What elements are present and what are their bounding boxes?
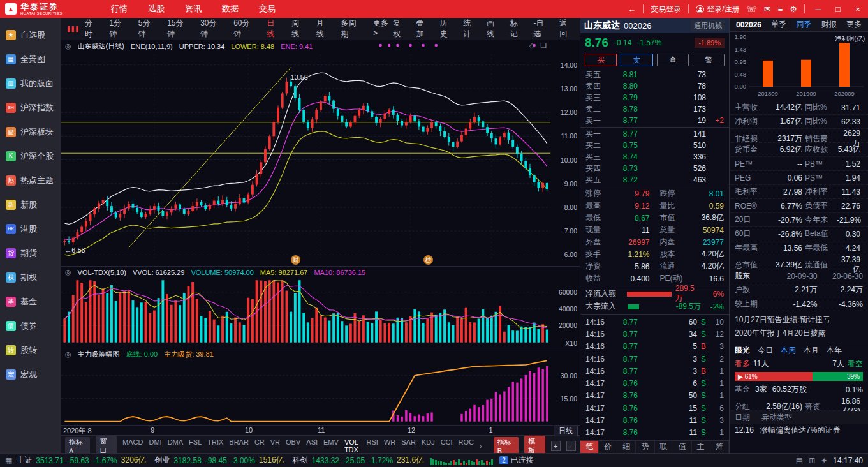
bid-row[interactable]: 买一8.77141 [580,128,729,140]
sidebar-item-宏观[interactable]: 宏宏观 [0,362,61,387]
trade-login-button[interactable]: 交易登录 [651,4,681,15]
sidebar-item-基金[interactable]: 基基金 [0,290,61,314]
period-日线[interactable]: 日线 [267,18,282,40]
sidebar-item-股转[interactable]: 转股转 [0,338,61,362]
indicator-ROC[interactable]: ROC [459,438,474,454]
volume-pane[interactable]: ◎ VOL-TDX(5,10) VVOL: 61625.29 VOLUME: 5… [61,266,580,348]
topbar-menu-行情[interactable]: 行情 [111,3,128,15]
sentiment-tab-今日[interactable]: 今日 [758,345,773,356]
period-5分钟[interactable]: 5分钟 [138,18,158,40]
back-arrow-icon[interactable]: ← [628,4,636,14]
indicator-RSI[interactable]: RSI [367,438,378,454]
indicator-DMI[interactable]: DMI [149,438,161,454]
ask-row[interactable]: 卖一8.7719+2 [580,115,729,126]
sentiment-tab-本周[interactable]: 本周 [781,345,796,356]
quote-tab-筹[interactable]: 筹 [710,441,729,453]
indicator-TRIX[interactable]: TRIX [207,438,223,454]
network-icon[interactable]: ⊞ [809,456,815,465]
tool-返回[interactable]: 返回 [559,18,575,40]
remove-pane-button[interactable]: - [566,441,576,451]
period-多周期[interactable]: 多周期 [341,18,364,40]
bid-row[interactable]: 买四8.73526 [580,163,729,174]
indicator-ASI[interactable]: ASI [306,438,318,454]
index-创业[interactable]: 创业3182.58-98.45-3.00%1516亿 [155,455,284,466]
chart-type-icon[interactable]: ❚❚❚ [66,26,79,32]
sidebar-item-期权[interactable]: 权期权 [0,265,61,290]
industry-tag[interactable]: 通用机械 [691,20,725,31]
diamond-icon[interactable]: ◇ [529,41,534,50]
index-上证[interactable]: 上证3513.71-59.63-1.67%3206亿 [17,455,145,466]
pane-menu-icon[interactable]: ◎ [65,42,71,50]
tool--自选[interactable]: -自选 [533,18,551,40]
indicator-EMV[interactable]: EMV [323,438,339,454]
indicator-SAR[interactable]: SAR [401,438,416,454]
finance-badge[interactable]: 财 [291,255,300,265]
close-button[interactable]: × [851,4,864,14]
tool-叠加[interactable]: 叠加 [416,18,432,40]
signal-icon[interactable]: ✦ [821,456,827,465]
period-1分钟[interactable]: 1分钟 [109,18,128,40]
sidebar-item-自选股[interactable]: ★自选股 [0,23,61,47]
maximize-button[interactable]: □ [832,4,844,14]
customer-service-icon[interactable]: ☏ [747,4,757,14]
indicator-FSL[interactable]: FSL [189,438,202,454]
accumulation-chart[interactable]: 30.0015.00 [61,348,580,426]
add-pane-button[interactable]: + [551,441,561,451]
bid-row[interactable]: 买三8.74336 [580,151,729,163]
sell-button[interactable]: 卖 [621,54,652,66]
indicator-VR[interactable]: VR [270,438,280,454]
event-row[interactable]: 12.16涨幅偏离值达7%的证券 [730,424,868,436]
quote-header[interactable]: 山东威达 002026 通用机械 [580,18,729,33]
period-分时[interactable]: 分时 [85,18,100,40]
tool-标记[interactable]: 标记 [510,18,526,40]
rank-badge[interactable]: 榜 [423,255,433,265]
query-button[interactable]: 查 [657,54,689,66]
sidebar-item-期货[interactable]: 货期货 [0,241,61,265]
quote-tab-价[interactable]: 价 [599,441,617,453]
period-周线[interactable]: 周线 [291,18,307,40]
buy-button[interactable]: 买 [585,54,617,66]
menu-icon[interactable]: ≡ [778,4,783,14]
period-月线[interactable]: 月线 [316,18,332,40]
sidebar-item-全景图[interactable]: ▦全景图 [0,47,61,71]
sidebar-item-热点主题[interactable]: 热热点主题 [0,168,61,193]
candlestick-chart[interactable]: 14.0013.0012.0011.0010.009.008.007.006.0… [61,40,580,266]
login-register-button[interactable]: 登录/注册 [696,4,739,15]
period-15分钟[interactable]: 15分钟 [167,18,191,40]
quote-tab-主[interactable]: 主 [692,441,710,453]
accumulation-pane[interactable]: ◎ 主力吸筹幅图 底线: 0.00 主力吸货: 39.81 30.0015.00 [61,348,580,426]
indicator-WR[interactable]: WR [384,438,395,454]
minimize-button[interactable]: ─ [812,4,825,14]
indicator-MACD[interactable]: MACD [122,438,143,454]
tool-历史[interactable]: 历史 [439,18,455,40]
indicator-scroll-arrow[interactable]: › [480,442,482,450]
pane-menu-icon[interactable]: ◎ [65,268,71,276]
period-更多>[interactable]: 更多> [373,18,393,40]
indicator-CR[interactable]: CR [254,438,265,454]
indicator-CCI[interactable]: CCI [441,438,453,454]
pane-menu-icon[interactable]: ◎ [65,350,71,359]
indicator-DMA[interactable]: DMA [168,438,183,454]
sidebar-item-沪深指数[interactable]: SH沪深指数 [0,96,61,120]
grid-icon[interactable]: ▦ [5,456,12,465]
topbar-menu-数据[interactable]: 数据 [222,3,239,15]
tool-统计[interactable]: 统计 [463,18,478,40]
period-60分钟[interactable]: 60分钟 [233,18,257,40]
sidebar-item-我的版面[interactable]: ▥我的版面 [0,71,61,96]
message-icon[interactable]: ✉ [764,4,771,14]
quote-tab-细[interactable]: 细 [617,441,636,453]
bid-row[interactable]: 买五8.72463 [580,174,729,186]
settings-gear-icon[interactable]: ⚙ [790,4,797,14]
candlestick-pane[interactable]: ◎ 山东威达(日线) ENE(10,11,9) UPPER: 10.34 LOW… [61,40,580,266]
bid-row[interactable]: 买二8.75510 [580,140,729,151]
news-item[interactable]: 2020年年报于4月20日披露 [735,327,863,340]
brand-logo[interactable]: ▲ 华泰证券HUATAI SECURITIES [0,3,88,16]
topbar-menu-资讯[interactable]: 资讯 [185,3,202,15]
quote-tab-联[interactable]: 联 [655,441,673,453]
period-indicator[interactable]: 日线 [554,426,578,436]
layout-icon[interactable]: ▤ [796,456,803,465]
fin-tab-财报[interactable]: 财报 [821,19,837,30]
panel-toggle-icon[interactable]: ❏ [540,41,547,50]
indicator-BRAR[interactable]: BRAR [229,438,249,454]
news-section[interactable]: 10月27日预告业绩:预计扭亏2020年年报于4月20日披露 [730,311,868,343]
